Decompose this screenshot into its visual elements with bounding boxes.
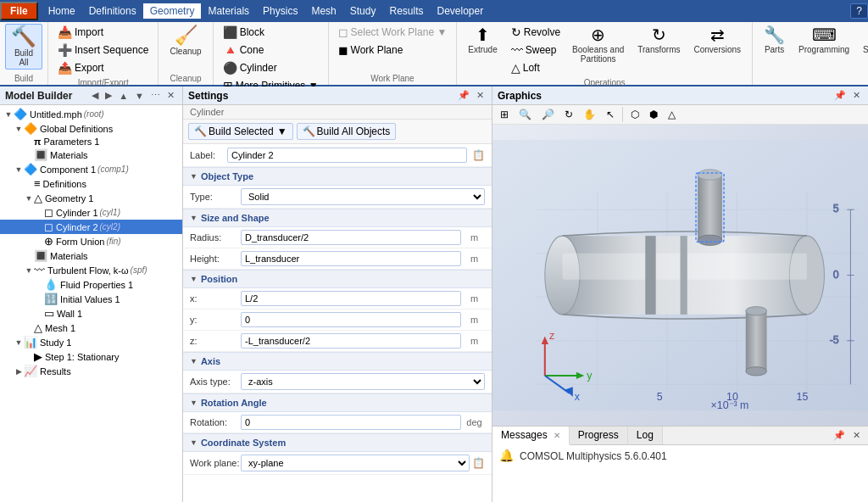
- label-icon[interactable]: 📋: [472, 149, 485, 161]
- tree-item-root[interactable]: ▼ 🔷 Untitled.mph (root): [0, 107, 182, 121]
- menu-developer[interactable]: Developer: [430, 3, 490, 19]
- messages-close-btn[interactable]: ✕: [850, 429, 863, 442]
- menu-help[interactable]: ?: [850, 3, 868, 19]
- menu-mesh[interactable]: Mesh: [304, 3, 342, 19]
- x-input[interactable]: [241, 291, 461, 306]
- gfx-pan[interactable]: ✋: [579, 107, 600, 122]
- revolve-button[interactable]: ↻Revolve: [507, 24, 565, 41]
- graphics-pin-btn[interactable]: 📌: [832, 89, 849, 102]
- tree-item-definitions[interactable]: ≡ Definitions: [0, 176, 182, 191]
- tree-item-results[interactable]: ▶ 📈 Results: [0, 364, 182, 378]
- gfx-zoom-extents[interactable]: ⊞: [496, 107, 513, 122]
- tree-item-materials-global[interactable]: 🔳 Materials: [0, 148, 182, 162]
- tree-item-cylinder2[interactable]: ◻ Cylinder 2 (cyl2): [0, 220, 182, 234]
- tree-item-form-union[interactable]: ⊕ Form Union (fin): [0, 234, 182, 248]
- conversions-button[interactable]: ⇄ Conversions: [687, 24, 747, 57]
- cone-button[interactable]: 🔺Cone: [219, 42, 323, 59]
- transforms-button[interactable]: ↻ Transforms: [632, 24, 686, 57]
- tree-item-mesh1[interactable]: △ Mesh 1: [0, 321, 182, 335]
- parts-button[interactable]: 🔧 Parts: [758, 24, 791, 57]
- height-input[interactable]: [241, 251, 461, 266]
- sweep-button[interactable]: 〰Sweep: [507, 42, 565, 59]
- type-select[interactable]: Solid Surface Curve Point: [241, 188, 485, 205]
- tree-item-global-definitions[interactable]: ▼ 🔶 Global Definitions: [0, 121, 182, 136]
- section-size-shape[interactable]: ▼ Size and Shape: [183, 209, 492, 227]
- section-position[interactable]: ▼ Position: [183, 270, 492, 288]
- build-selected-btn[interactable]: 🔨 Build Selected ▼: [188, 123, 293, 140]
- axis-type-select[interactable]: x-axis y-axis z-axis Custom: [241, 373, 485, 390]
- rotation-input[interactable]: [241, 415, 461, 430]
- selections-button[interactable]: 🖱 Selections: [857, 24, 868, 57]
- section-rotation[interactable]: ▼ Rotation Angle: [183, 393, 492, 412]
- gfx-solid-view[interactable]: ⬢: [645, 107, 662, 122]
- gfx-rotate[interactable]: ↻: [560, 107, 577, 122]
- mb-up-btn[interactable]: ▲: [116, 89, 131, 102]
- radius-input[interactable]: [241, 230, 461, 245]
- section-axis[interactable]: ▼ Axis: [183, 352, 492, 371]
- graphics-close-btn[interactable]: ✕: [850, 89, 863, 102]
- messages-tab[interactable]: Messages ✕: [492, 427, 570, 445]
- build-selected-dropdown[interactable]: ▼: [277, 126, 287, 137]
- settings-pin-btn[interactable]: 📌: [455, 89, 472, 102]
- tree-item-parameters[interactable]: π Parameters 1: [0, 136, 182, 148]
- loft-button[interactable]: △Loft: [507, 59, 565, 76]
- workplane-icon[interactable]: 📋: [472, 457, 485, 469]
- tree-item-wall1[interactable]: ▭ Wall 1: [0, 306, 182, 321]
- messages-tab-close[interactable]: ✕: [554, 431, 560, 440]
- work-plane-button[interactable]: ◼Work Plane: [334, 42, 452, 59]
- build-all-objects-btn[interactable]: 🔨 Build All Objects: [297, 123, 397, 140]
- mb-fwd-btn[interactable]: ▶: [103, 89, 114, 102]
- mb-close-btn[interactable]: ✕: [164, 89, 177, 102]
- gfx-zoom-out[interactable]: 🔎: [537, 107, 559, 122]
- label-input[interactable]: [227, 148, 467, 163]
- tree-label-global: Global Definitions: [40, 124, 113, 134]
- progress-tab[interactable]: Progress: [570, 427, 628, 444]
- z-input[interactable]: [241, 333, 461, 349]
- gfx-select[interactable]: ↖: [602, 107, 619, 122]
- extrude-button[interactable]: ⬆ Extrude: [462, 24, 503, 57]
- menu-definitions[interactable]: Definitions: [82, 3, 143, 19]
- menu-physics[interactable]: Physics: [256, 3, 304, 19]
- log-tab[interactable]: Log: [628, 427, 663, 444]
- tree-item-component1[interactable]: ▼ 🔷 Component 1 (comp1): [0, 162, 182, 176]
- tree-item-initial-values[interactable]: 🔢 Initial Values 1: [0, 292, 182, 306]
- block-button[interactable]: ⬛Block: [219, 24, 323, 41]
- y-input[interactable]: [241, 312, 461, 327]
- programming-button[interactable]: ⌨ Programming: [793, 24, 855, 57]
- menu-study[interactable]: Study: [343, 3, 383, 19]
- mb-down-btn[interactable]: ▼: [132, 89, 147, 102]
- radius-unit: m: [464, 232, 485, 243]
- booleans-button[interactable]: ⊕ Booleans andPartitions: [566, 24, 630, 66]
- menu-home[interactable]: Home: [42, 3, 82, 19]
- insert-sequence-button[interactable]: ➕Insert Sequence: [53, 42, 153, 59]
- tree-item-study1[interactable]: ▼ 📊 Study 1: [0, 335, 182, 349]
- cleanup-button[interactable]: 🧹 Cleanup: [164, 24, 207, 59]
- cylinder-button[interactable]: ⚫Cylinder: [219, 59, 323, 76]
- ops-small-col: ↻Revolve 〰Sweep △Loft: [507, 24, 565, 76]
- menu-results[interactable]: Results: [382, 3, 430, 19]
- gfx-surface[interactable]: △: [664, 107, 680, 122]
- settings-close-btn[interactable]: ✕: [474, 89, 487, 102]
- tree-item-geometry1[interactable]: ▼ △ Geometry 1: [0, 191, 182, 205]
- tree-item-cylinder1[interactable]: ◻ Cylinder 1 (cyl1): [0, 205, 182, 220]
- messages-pin-btn[interactable]: 📌: [831, 429, 848, 442]
- section-object-type[interactable]: ▼ Object Type: [183, 167, 492, 186]
- tree-item-turbulent-flow[interactable]: ▼ 〰 Turbulent Flow, k-ω (spf): [0, 263, 182, 277]
- build-all-button[interactable]: 🔨 BuildAll: [5, 24, 42, 70]
- section-coord-system[interactable]: ▼ Coordinate System: [183, 433, 492, 452]
- import-button[interactable]: 📥Import: [53, 24, 153, 41]
- menu-materials[interactable]: Materials: [201, 3, 256, 19]
- menu-geometry[interactable]: Geometry: [143, 3, 202, 19]
- gfx-zoom-in[interactable]: 🔍: [515, 107, 536, 122]
- graphics-canvas[interactable]: z y x 5 0 -5: [492, 125, 868, 426]
- export-button[interactable]: 📤Export: [53, 59, 153, 76]
- menu-file[interactable]: File: [0, 2, 38, 20]
- gfx-wireframe[interactable]: ⬡: [626, 107, 643, 122]
- workplane-select[interactable]: xy-plane xz-plane yz-plane: [241, 455, 470, 471]
- mb-menu-btn[interactable]: ⋯: [148, 89, 163, 102]
- select-work-plane-button[interactable]: ◻Select Work Plane ▼: [334, 24, 452, 41]
- tree-item-fluid-props[interactable]: 💧 Fluid Properties 1: [0, 277, 182, 292]
- tree-item-step1[interactable]: ▶ Step 1: Stationary: [0, 349, 182, 364]
- tree-item-materials[interactable]: 🔳 Materials: [0, 248, 182, 263]
- mb-back-btn[interactable]: ◀: [89, 89, 101, 102]
